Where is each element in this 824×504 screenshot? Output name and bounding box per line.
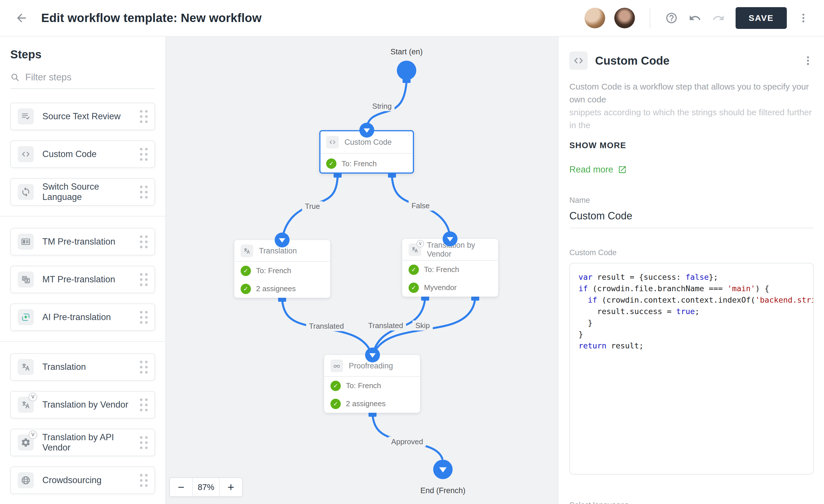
undo-icon [689,12,701,24]
steps-sidebar: Steps Source Text ReviewCustom CodeSwitc… [0,36,166,504]
start-node-label: Start (en) [391,47,423,56]
step-card-translation[interactable]: Translation [10,353,155,381]
read-more-link[interactable]: Read more [570,165,814,175]
step-card-mt-pre-translation[interactable]: GMT Pre-translation [10,266,155,293]
node-translation[interactable]: Translation ✓ To: French ✓ 2 assignees [234,240,330,298]
kebab-icon [802,55,814,66]
node-translation-by-vendor[interactable]: V Translation by Vendor ✓ To: French ✓ M… [402,239,498,297]
drag-handle-icon[interactable] [140,474,147,487]
step-card-source-text-review[interactable]: Source Text Review [10,103,155,130]
filter-steps-input[interactable] [25,72,155,83]
edge-label-false: False [409,201,433,211]
vendor-badge: V [417,240,424,247]
edge-label-true: True [302,201,323,211]
more-menu-button[interactable] [798,12,809,24]
zoom-out-button[interactable]: − [170,478,192,496]
step-label: TM Pre-translation [42,236,131,247]
name-field-input[interactable]: Custom Code [570,210,814,228]
ai-pretranslation-icon [18,309,34,325]
node-title: Proofreading [349,362,393,371]
node-proofreading[interactable]: Proofreading ✓ To: French ✓ 2 assignees [324,355,420,413]
step-card-switch-source-language[interactable]: Switch Source Language [10,178,155,206]
custom-code-icon [570,52,588,70]
topbar: Edit workflow template: New workflow SAV… [0,0,824,36]
drag-handle-icon[interactable] [140,235,147,248]
node-row-text: To: French [346,381,381,390]
translation-vendor-icon: V [409,243,421,256]
gear-icon: V [18,434,34,450]
filter-steps-field [10,72,155,89]
redo-button[interactable] [712,12,725,24]
step-settings-panel: Custom Code Custom Code is a workflow st… [558,36,824,504]
step-description: Custom Code is a workflow step that allo… [570,80,814,131]
step-card-tm-pre-translation[interactable]: TM Pre-translation [10,228,155,256]
code-line: var result = {success: false}; [579,272,811,283]
undo-button[interactable] [689,12,701,24]
zoom-in-button[interactable]: + [220,478,242,496]
zoom-control: − 87% + [169,477,243,497]
node-row-text: 2 assignees [256,284,296,293]
code-line: } [579,329,811,340]
drag-handle-icon[interactable] [140,148,147,161]
description-line: snippets according to which the strings … [570,106,814,131]
step-card-translation-by-vendor[interactable]: VTranslation by Vendor [10,391,155,418]
step-card-ai-pre-translation[interactable]: AI Pre-translation [10,303,155,331]
node-row-text: To: French [424,265,459,274]
check-icon: ✓ [330,399,341,409]
step-label: Translation [42,362,131,372]
help-icon [665,12,678,24]
step-label: Custom Code [42,149,131,159]
help-button[interactable] [665,12,678,24]
tm-pretranslation-icon [18,234,34,250]
translation-icon: V [18,397,34,413]
code-line: } [579,317,811,329]
check-icon: ✓ [241,266,251,276]
drag-handle-icon[interactable] [140,436,147,449]
node-row-text: 2 assignees [346,399,386,408]
step-label: MT Pre-translation [42,274,131,285]
avatar[interactable] [585,8,605,28]
select-languages-label: Select languages [570,501,814,504]
drag-handle-icon[interactable] [140,311,147,324]
step-label: Translation by API Vendor [42,432,131,453]
step-card-crowdsourcing[interactable]: Crowdsourcing [10,467,155,494]
workflow-canvas[interactable]: Start (en) String True False Translated … [166,36,558,504]
code-field-label: Custom Code [570,248,814,257]
step-label: Switch Source Language [42,182,131,202]
node-row-text: To: French [256,266,291,275]
external-link-icon [618,165,627,174]
edge-label-string: String [370,101,395,111]
vendor-badge: V [29,393,37,401]
drag-handle-icon[interactable] [140,398,147,411]
drag-handle-icon[interactable] [140,273,147,286]
check-icon: ✓ [326,159,336,169]
drag-handle-icon[interactable] [140,186,147,199]
step-card-translation-by-api-vendor[interactable]: VTranslation by API Vendor [10,429,155,456]
code-line: return result; [579,340,811,351]
code-editor[interactable]: var result = {success: false};if (crowdi… [570,263,814,475]
show-more-button[interactable]: SHOW MORE [570,141,814,150]
step-label: Source Text Review [42,111,131,121]
vendor-badge: V [29,430,37,439]
step-label: Crowdsourcing [42,475,131,485]
avatar[interactable] [614,8,635,28]
start-node[interactable] [397,61,416,80]
node-title: Custom Code [344,138,392,147]
drag-handle-icon[interactable] [140,361,147,374]
drag-handle-icon[interactable] [140,110,147,123]
check-icon: ✓ [330,381,341,391]
back-button[interactable] [15,11,28,25]
node-entry-port [359,123,374,137]
panel-title: Custom Code [595,55,795,67]
step-card-custom-code[interactable]: Custom Code [10,140,155,168]
node-title: Translation by Vendor [427,241,492,259]
steps-list: Source Text ReviewCustom CodeSwitch Sour… [0,103,166,494]
node-row-text: To: French [342,159,377,168]
check-icon: ✓ [241,284,251,294]
panel-menu-button[interactable] [802,55,814,66]
translation-icon [18,359,34,375]
save-button[interactable]: SAVE [736,7,787,29]
custom-code-icon [326,136,339,148]
page-title: Edit workflow template: New workflow [41,11,262,25]
end-node[interactable] [433,460,452,479]
